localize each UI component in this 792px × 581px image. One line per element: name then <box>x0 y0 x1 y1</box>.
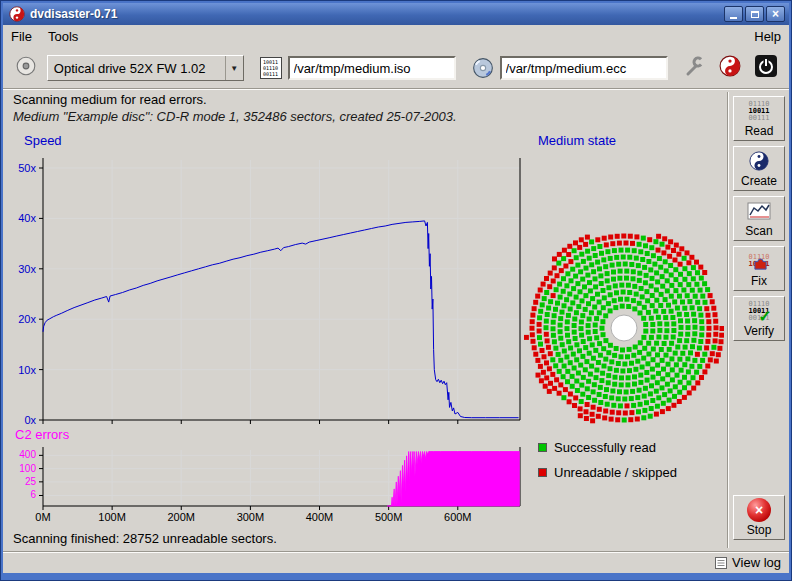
toolbar: Optical drive 52X FW 1.02 ▼ 10011 01110 … <box>3 48 789 88</box>
dvdisaster-logo-icon <box>719 55 741 81</box>
drive-select[interactable]: Optical drive 52X FW 1.02 ▼ <box>47 55 244 81</box>
legend-swatch-red <box>538 468 547 477</box>
iso-icon-row: 00111 <box>263 71 278 77</box>
menubar: File Tools Help <box>3 25 789 48</box>
menu-file[interactable]: File <box>3 25 40 48</box>
svg-text:100M: 100M <box>98 511 126 523</box>
verify-button[interactable]: 01110 10011 00111 ✓ Verify <box>733 296 785 341</box>
svg-text:50x: 50x <box>18 162 36 174</box>
svg-text:600M: 600M <box>444 511 472 523</box>
drive-select-value: Optical drive 52X FW 1.02 <box>48 61 225 76</box>
drive-icon <box>15 55 37 81</box>
ecc-file-icon <box>472 57 494 79</box>
read-button-label: Read <box>745 124 774 138</box>
minimize-icon <box>730 17 737 19</box>
svg-text:0M: 0M <box>35 511 50 523</box>
iso-image-icon: 10011 01110 00111 <box>260 57 282 79</box>
app-window: dvdisaster-0.71 × File Tools Help <box>0 0 792 581</box>
verify-button-label: Verify <box>744 324 774 338</box>
legend-label: Unreadable / skipped <box>554 465 677 480</box>
window-title: dvdisaster-0.71 <box>30 7 724 21</box>
scan-button[interactable]: Scan <box>733 196 785 241</box>
checkmark-icon: ✓ <box>758 307 771 326</box>
legend-swatch-green <box>538 443 547 452</box>
graph-icon <box>747 199 771 223</box>
preferences-button[interactable] <box>680 53 710 83</box>
svg-text:500M: 500M <box>375 511 403 523</box>
puzzle-fix-icon: 01110 10011 <box>748 249 769 273</box>
menu-help[interactable]: Help <box>746 25 789 48</box>
drive-select-dropdown[interactable]: ▼ <box>225 56 243 80</box>
create-button-label: Create <box>741 174 777 188</box>
svg-text:0x: 0x <box>24 414 36 426</box>
svg-text:100: 100 <box>19 463 36 474</box>
view-log-label: View log <box>732 555 781 570</box>
sidebar-separator <box>727 92 729 548</box>
window-frame: dvdisaster-0.71 × File Tools Help <box>3 3 789 573</box>
menu-tools[interactable]: Tools <box>40 25 86 48</box>
statusbar: View log <box>3 551 789 573</box>
power-icon <box>754 54 778 82</box>
toolbar-separator <box>3 88 789 90</box>
legend-item-read: Successfully read <box>538 440 656 455</box>
legend-label: Successfully read <box>554 440 656 455</box>
minimize-button[interactable] <box>724 6 743 22</box>
puzzle-icon <box>753 256 768 274</box>
medium-state-title: Medium state <box>538 133 616 148</box>
wrench-icon <box>683 55 705 81</box>
window-controls: × <box>724 6 785 22</box>
speed-chart: 0x10x20x30x40x50x <box>3 150 533 428</box>
dvdisaster-logo-button[interactable] <box>715 53 745 83</box>
svg-text:400M: 400M <box>306 511 334 523</box>
binary-read-icon: 01110 10011 00111 <box>748 99 769 123</box>
app-logo-icon <box>9 6 25 22</box>
stop-icon: × <box>747 498 771 522</box>
svg-text:40x: 40x <box>18 212 36 224</box>
svg-text:25: 25 <box>25 476 37 487</box>
fix-button-label: Fix <box>751 274 767 288</box>
quit-button[interactable] <box>751 53 781 83</box>
fix-button[interactable]: 01110 10011 Fix <box>733 246 785 291</box>
status-headline: Scanning medium for read errors. <box>13 92 207 107</box>
chevron-down-icon: ▼ <box>230 64 238 73</box>
svg-text:30x: 30x <box>18 263 36 275</box>
log-icon <box>715 557 727 569</box>
svg-text:20x: 20x <box>18 313 36 325</box>
stop-button[interactable]: × Stop <box>733 495 785 540</box>
yin-yang-icon <box>749 149 769 173</box>
svg-text:300M: 300M <box>237 511 265 523</box>
close-icon: × <box>772 7 779 21</box>
c2-errors-title: C2 errors <box>15 427 69 442</box>
maximize-icon <box>751 11 759 18</box>
svg-text:200M: 200M <box>167 511 195 523</box>
svg-text:10x: 10x <box>18 364 36 376</box>
close-button[interactable]: × <box>766 6 785 22</box>
titlebar[interactable]: dvdisaster-0.71 × <box>3 3 789 25</box>
disc-visualization <box>524 228 724 428</box>
ecc-path-input[interactable] <box>500 56 668 80</box>
legend-item-unreadable: Unreadable / skipped <box>538 465 677 480</box>
read-button[interactable]: 01110 10011 00111 Read <box>733 96 785 141</box>
iso-path-input[interactable] <box>288 56 456 80</box>
c2-errors-chart: 6251004000M100M200M300M400M500M600M <box>3 443 533 528</box>
stop-x-glyph: × <box>755 498 763 522</box>
verify-check-icon: 01110 10011 00111 ✓ <box>748 299 769 323</box>
scan-result-status: Scanning finished: 28752 unreadable sect… <box>13 531 277 546</box>
svg-text:6: 6 <box>30 489 36 500</box>
binary-row: 00111 <box>748 115 769 122</box>
scan-button-label: Scan <box>745 224 772 238</box>
medium-info-line: Medium "Example disc": CD-R mode 1, 3524… <box>13 109 457 124</box>
svg-text:400: 400 <box>19 449 36 460</box>
stop-button-label: Stop <box>747 523 772 537</box>
drive-button[interactable] <box>11 53 41 83</box>
create-button[interactable]: Create <box>733 146 785 191</box>
speed-chart-title: Speed <box>24 133 62 148</box>
view-log-button[interactable]: View log <box>715 555 781 570</box>
maximize-button[interactable] <box>745 6 764 22</box>
